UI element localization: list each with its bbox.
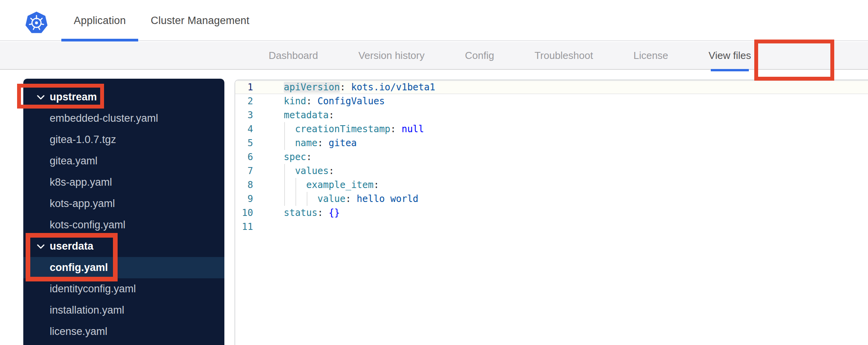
- tree-file-installation-yaml[interactable]: installation.yaml: [23, 300, 224, 321]
- line-number: 6: [235, 150, 253, 164]
- code-text: value: hello world: [284, 192, 418, 206]
- token-punc: :: [391, 124, 396, 135]
- kubernetes-logo-icon: [25, 11, 48, 35]
- token-kw: null: [401, 124, 424, 135]
- token-str: hello world: [357, 193, 418, 204]
- indent-guide: [295, 192, 296, 206]
- code-line-8: 8 example_item:: [235, 178, 868, 192]
- token-plain: [323, 138, 328, 148]
- token-key: creationTimestamp: [295, 124, 391, 135]
- token-punc: :: [340, 82, 345, 93]
- code-text: values:: [284, 164, 334, 178]
- line-number: 1: [235, 80, 253, 94]
- token-punc: :: [329, 166, 334, 176]
- file-tree-sidebar: upstreamembedded-cluster.yamlgitea-1.0.7…: [23, 79, 224, 345]
- token-punc: :: [318, 138, 323, 148]
- token-plain: [312, 96, 317, 107]
- indent-guide: [284, 192, 285, 206]
- tree-file-license-yaml[interactable]: license.yaml: [23, 321, 224, 342]
- line-number: 3: [235, 108, 253, 122]
- tree-file-config-yaml[interactable]: config.yaml: [23, 257, 224, 278]
- code-line-11: 11: [235, 220, 868, 234]
- indent-spaces: [284, 124, 295, 135]
- line-number: 8: [235, 178, 253, 192]
- tree-file-kots-app-yaml[interactable]: kots-app.yaml: [23, 193, 224, 214]
- tree-file-identityconfig-yaml[interactable]: identityconfig.yaml: [23, 278, 224, 300]
- line-number: 2: [235, 94, 253, 108]
- token-key: status: [284, 207, 318, 218]
- token-plain: [396, 124, 401, 135]
- indent-guide: [284, 122, 285, 136]
- indent-spaces: [284, 166, 295, 176]
- subnav-tab-dashboard[interactable]: Dashboard: [269, 41, 318, 69]
- token-key: metadata: [284, 110, 329, 121]
- token-key: name: [295, 138, 318, 148]
- app-header: ApplicationCluster Management: [0, 0, 868, 41]
- code-text: apiVersion: kots.io/v1beta1: [284, 80, 435, 94]
- indent-guide: [284, 178, 285, 192]
- token-str: kots.io/v1beta1: [351, 82, 435, 93]
- code-text: kind: ConfigValues: [284, 94, 385, 108]
- token-str: gitea: [329, 138, 357, 148]
- subnav-tab-config[interactable]: Config: [465, 41, 494, 69]
- token-key: apiVersion: [284, 82, 340, 93]
- indent-guide: [284, 164, 285, 178]
- tree-file-gitea-1-0-7-tgz[interactable]: gitea-1.0.7.tgz: [23, 129, 224, 150]
- indent-guide: [295, 178, 296, 192]
- code-line-9: 9 value: hello world: [235, 192, 868, 206]
- line-number: 4: [235, 122, 253, 136]
- app-subnav: DashboardVersion historyConfigTroublesho…: [0, 42, 868, 70]
- line-number: 5: [235, 136, 253, 150]
- token-key: example_item: [306, 179, 373, 190]
- yaml-file-viewer[interactable]: 1apiVersion: kots.io/v1beta12kind: Confi…: [234, 79, 868, 345]
- code-text: name: gitea: [284, 136, 357, 150]
- tree-folder-userdata[interactable]: userdata: [23, 236, 224, 257]
- code-line-1: 1apiVersion: kots.io/v1beta1: [235, 80, 868, 94]
- chevron-down-icon: [36, 244, 45, 249]
- file-label: gitea.yaml: [50, 155, 97, 167]
- token-key: values: [295, 166, 329, 176]
- code-text: status: {}: [284, 206, 340, 220]
- folder-label: upstream: [50, 91, 97, 103]
- code-line-5: 5 name: gitea: [235, 136, 868, 150]
- token-punc: :: [318, 207, 323, 218]
- token-key: spec: [284, 152, 306, 162]
- tree-file-embedded-cluster-yaml[interactable]: embedded-cluster.yaml: [23, 108, 224, 129]
- token-punc: :: [329, 110, 334, 121]
- file-label: embedded-cluster.yaml: [50, 112, 158, 124]
- file-label: k8s-app.yaml: [50, 176, 112, 188]
- line-number: 9: [235, 192, 253, 206]
- token-punc: :: [373, 179, 379, 190]
- header-tab-cluster-management[interactable]: Cluster Management: [138, 0, 262, 41]
- line-number: 7: [235, 164, 253, 178]
- code-line-7: 7 values:: [235, 164, 868, 178]
- folder-label: userdata: [50, 240, 94, 252]
- tree-file-gitea-yaml[interactable]: gitea.yaml: [23, 150, 224, 172]
- indent-spaces: [284, 138, 295, 148]
- code-line-3: 3metadata:: [235, 108, 868, 122]
- file-label: kots-app.yaml: [50, 198, 115, 210]
- line-number: 10: [235, 206, 253, 220]
- token-key: value: [318, 193, 345, 204]
- token-str: ConfigValues: [318, 96, 385, 107]
- tree-file-kots-config-yaml[interactable]: kots-config.yaml: [23, 214, 224, 236]
- subnav-tab-version-history[interactable]: Version history: [358, 41, 425, 69]
- token-punc: :: [345, 193, 351, 204]
- tree-file-k8s-app-yaml[interactable]: k8s-app.yaml: [23, 172, 224, 193]
- file-label: license.yaml: [50, 326, 108, 338]
- file-label: config.yaml: [50, 262, 108, 274]
- code-line-10: 10status: {}: [235, 206, 868, 220]
- line-number: 11: [235, 220, 253, 234]
- tree-folder-upstream[interactable]: upstream: [23, 86, 224, 108]
- code-text: metadata:: [284, 108, 334, 122]
- header-tab-application[interactable]: Application: [61, 0, 138, 41]
- subnav-tab-view-files[interactable]: View files: [708, 41, 751, 69]
- kots-admin-console: ApplicationCluster Management DashboardV…: [0, 0, 868, 345]
- indent-spaces: [284, 179, 306, 190]
- subnav-tab-troubleshoot[interactable]: Troubleshoot: [535, 41, 593, 69]
- file-label: gitea-1.0.7.tgz: [50, 134, 116, 146]
- subnav-tab-license[interactable]: License: [634, 41, 668, 69]
- token-plain: [345, 82, 351, 93]
- code-text: creationTimestamp: null: [284, 122, 424, 136]
- file-label: identityconfig.yaml: [50, 283, 136, 295]
